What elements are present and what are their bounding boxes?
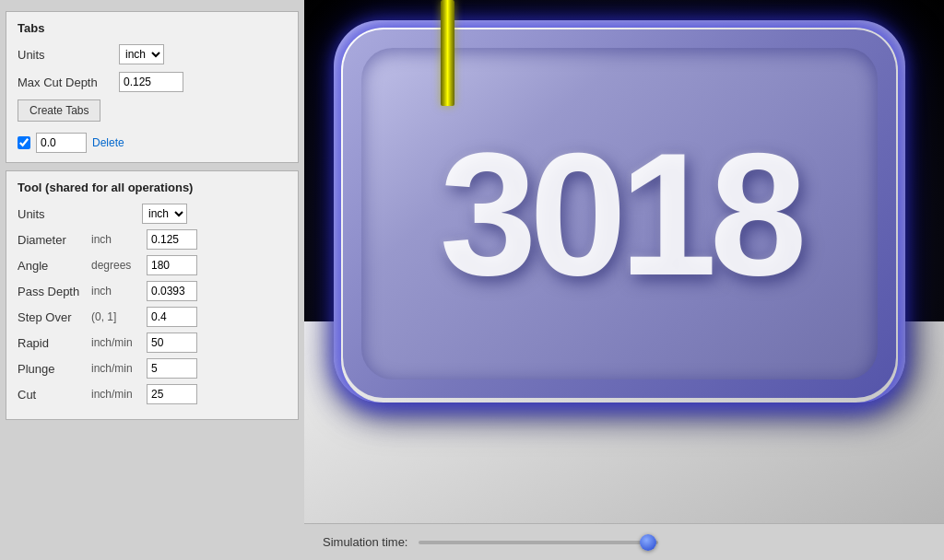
tool-diameter-input[interactable] [147,229,197,250]
tool-plunge-label: Plunge [18,362,91,376]
simulation-bar: Simulation time: [304,523,944,560]
tool-pass-depth-sublabel: inch [91,285,147,298]
tabs-max-cut-depth-label: Max Cut Depth [18,76,119,89]
tool-rapid-input[interactable] [147,332,197,353]
tabs-units-row: Units inch mm [18,44,287,64]
create-tabs-button[interactable]: Create Tabs [18,99,100,122]
tool-cut-input[interactable] [147,384,197,404]
tab-value-input[interactable] [36,133,87,153]
tabs-section: Tabs Units inch mm Max Cut Depth Create … [6,11,299,163]
tool-rapid-row: Rapid inch/min [18,332,287,353]
tool-plunge-row: Plunge inch/min [18,358,287,379]
tab-checkbox[interactable] [18,136,30,149]
tool-plunge-input[interactable] [147,358,197,379]
tool-step-over-label: Step Over [18,310,91,324]
tool-angle-input[interactable] [147,255,197,275]
tool-cut-label: Cut [18,388,91,402]
tool-rapid-label: Rapid [18,336,91,350]
sign-inner-plate: 3018 [361,48,878,379]
tool-units-select[interactable]: inch mm [142,204,187,224]
simulation-slider-track[interactable] [419,541,658,544]
tabs-units-select[interactable]: inch mm [119,44,164,64]
tool-section-title: Tool (shared for all operations) [18,181,287,194]
tool-pass-depth-row: Pass Depth inch [18,281,287,301]
simulation-slider-thumb [640,534,656,551]
tabs-section-title: Tabs [18,21,287,35]
tool-cut-row: Cut inch/min [18,384,287,404]
tool-angle-label: Angle [18,259,91,273]
tool-rapid-sublabel: inch/min [91,336,147,349]
simulation-label: Simulation time: [323,535,407,549]
tool-step-over-row: Step Over (0, 1] [18,307,287,327]
tool-plunge-sublabel: inch/min [91,362,147,375]
delete-tab-link[interactable]: Delete [92,136,124,149]
right-panel: 3018 Simulation time: [304,0,944,560]
tabs-max-cut-depth-row: Max Cut Depth [18,72,287,92]
tool-diameter-row: Diameter inch [18,229,287,250]
tool-section: Tool (shared for all operations) Units i… [6,170,299,420]
tab-entry-row: Delete [18,133,287,153]
tabs-units-label: Units [18,48,119,62]
tool-pass-depth-input[interactable] [147,281,197,301]
tool-bit [441,0,454,106]
3d-viewer[interactable]: 3018 [304,0,944,523]
tool-step-over-sublabel: (0, 1] [91,310,147,323]
tool-units-label: Units [18,207,91,221]
tool-cut-sublabel: inch/min [91,388,147,401]
tool-diameter-sublabel: inch [91,233,147,246]
sign-number: 3018 [440,113,800,314]
tabs-max-cut-depth-input[interactable] [119,72,183,92]
tool-diameter-label: Diameter [18,233,91,247]
left-panel: Tabs Units inch mm Max Cut Depth Create … [0,0,304,560]
tool-step-over-input[interactable] [147,307,197,327]
tool-units-row: Units inch mm [18,204,287,224]
tool-pass-depth-label: Pass Depth [18,285,91,298]
tool-angle-row: Angle degrees [18,255,287,275]
tool-angle-sublabel: degrees [91,259,147,272]
